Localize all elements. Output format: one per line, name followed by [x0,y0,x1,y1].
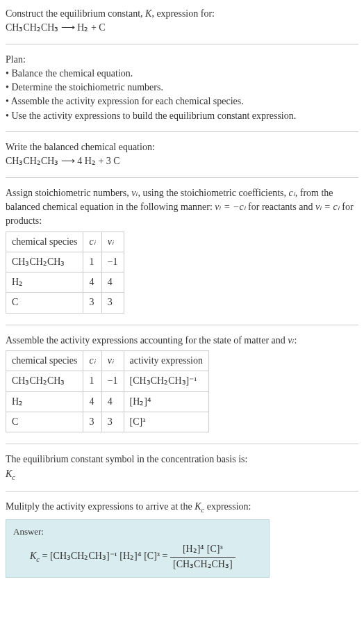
plan-header: Plan: [6,53,358,67]
col-nu: νᵢ [101,232,124,252]
plan-bullet-1: • Balance the chemical equation. [6,67,358,81]
balanced-equation: CH₃CH₂CH₃ ⟶ 4 H₂ + 3 C [6,154,358,168]
table-header-row: chemical species cᵢ νᵢ activity expressi… [6,351,209,371]
ksymbol-text: The equilibrium constant symbol in the c… [6,453,358,466]
stoich-section: Assign stoichiometric numbers, νᵢ, using… [6,182,358,320]
table-row: CH₃CH₂CH₃ 1 −1 [6,252,124,272]
col-ci: cᵢ [83,232,101,252]
divider [6,131,358,132]
divider [6,44,358,44]
plan-section: Plan: • Balance the chemical equation. •… [6,49,358,127]
ksymbol: Kc [6,467,358,482]
col-nu: νᵢ [101,351,124,371]
plan-bullet-3: • Assemble the activity expression for e… [6,95,358,108]
fraction: [H₂]⁴ [C]³ [CH₃CH₂CH₃] [170,542,235,571]
col-species: chemical species [6,232,83,252]
table-row: H₂ 4 4 [6,273,124,293]
divider [6,177,358,178]
final-section: Mulitply the activity expressions to arr… [6,496,358,585]
stoich-table: chemical species cᵢ νᵢ CH₃CH₂CH₃ 1 −1 H₂… [6,232,124,314]
plan-bullet-4: • Use the activity expressions to build … [6,109,358,123]
final-intro: Mulitply the activity expressions to arr… [6,500,358,515]
table-header-row: chemical species cᵢ νᵢ [6,232,124,252]
answer-box: Answer: Kc = [CH₃CH₂CH₃]⁻¹ [H₂]⁴ [C]³ = … [6,519,270,578]
divider [6,325,358,325]
activity-intro: Assemble the activity expressions accoun… [6,334,358,348]
table-row: C 3 3 [C]³ [6,412,209,432]
answer-expression: Kc = [CH₃CH₂CH₃]⁻¹ [H₂]⁴ [C]³ = [H₂]⁴ [C… [30,542,262,571]
col-ci: cᵢ [83,351,101,371]
divider [6,444,358,444]
activity-section: Assemble the activity expressions accoun… [6,330,358,439]
answer-label: Answer: [13,526,262,539]
table-row: H₂ 4 4 [H₂]⁴ [6,391,209,412]
intro-section: Construct the equilibrium constant, K, e… [6,3,358,40]
table-row: C 3 3 [6,293,124,313]
ksymbol-section: The equilibrium constant symbol in the c… [6,448,358,486]
plan-bullet-2: • Determine the stoichiometric numbers. [6,81,358,95]
balanced-section: Write the balanced chemical equation: CH… [6,136,358,173]
stoich-intro: Assign stoichiometric numbers, νᵢ, using… [6,186,358,229]
intro-text: Construct the equilibrium constant, K, e… [6,8,215,19]
table-row: CH₃CH₂CH₃ 1 −1 [CH₃CH₂CH₃]⁻¹ [6,371,209,391]
balanced-header: Write the balanced chemical equation: [6,140,358,154]
intro-equation: CH₃CH₂CH₃ ⟶ H₂ + C [6,22,106,33]
activity-table: chemical species cᵢ νᵢ activity expressi… [6,350,209,432]
divider [6,491,358,492]
col-activity: activity expression [124,351,208,371]
col-species: chemical species [6,351,83,371]
